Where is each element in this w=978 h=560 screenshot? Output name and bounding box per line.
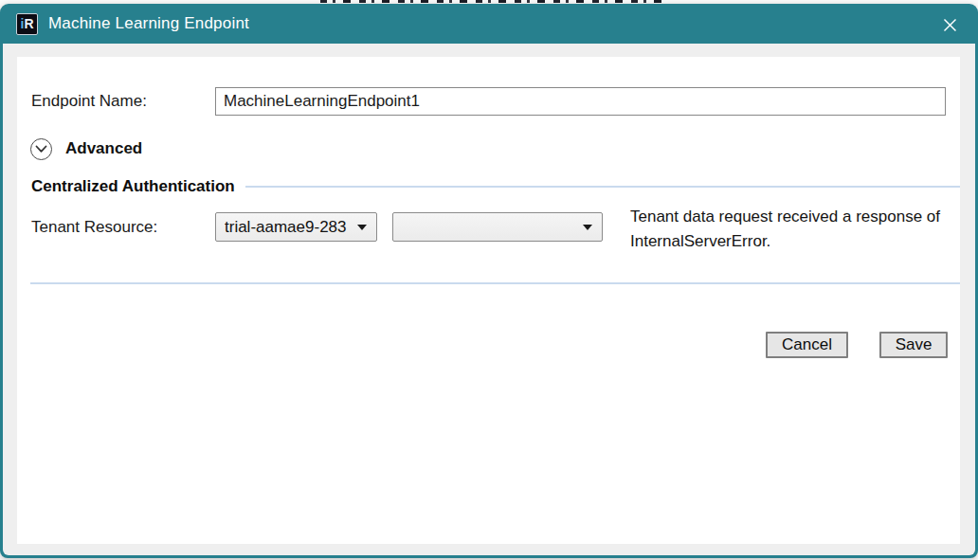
- tenant-resource-dropdown[interactable]: trial-aamae9-283: [215, 212, 377, 242]
- save-button[interactable]: Save: [879, 332, 948, 358]
- dropdown-arrow-icon: [357, 225, 367, 230]
- tenant-error-message: Tenant data request received a response …: [630, 205, 940, 254]
- dialog-frame: Endpoint Name: Advanced Centralized Auth…: [3, 44, 975, 555]
- background-window-artifacts: [320, 0, 669, 3]
- tenant-error-line2: InternalServerError.: [630, 229, 940, 254]
- dialog-content: Endpoint Name: Advanced Centralized Auth…: [17, 57, 960, 544]
- chevron-down-circle-icon: [30, 138, 52, 160]
- close-icon: [943, 18, 957, 32]
- tenant-secondary-dropdown[interactable]: [392, 212, 603, 242]
- dialog-window: iR Machine Learning Endpoint Endpoint Na…: [0, 4, 978, 558]
- app-icon: iR: [16, 13, 38, 35]
- section-header: Centralized Authentication: [31, 176, 960, 197]
- cancel-button[interactable]: Cancel: [766, 332, 848, 358]
- dropdown-arrow-icon: [583, 225, 592, 230]
- endpoint-name-input[interactable]: [215, 87, 946, 116]
- app-icon-letter-r: R: [24, 17, 33, 30]
- section-divider-line: [245, 186, 960, 188]
- titlebar[interactable]: iR Machine Learning Endpoint: [0, 4, 978, 44]
- content-divider-line: [30, 282, 960, 284]
- close-button[interactable]: [933, 10, 966, 39]
- tenant-resource-label: Tenant Resource:: [31, 212, 157, 242]
- tenant-error-line1: Tenant data request received a response …: [630, 205, 940, 229]
- endpoint-name-label: Endpoint Name:: [31, 87, 147, 116]
- advanced-label: Advanced: [65, 139, 142, 158]
- tenant-resource-value: trial-aamae9-283: [225, 218, 347, 237]
- advanced-expander[interactable]: Advanced: [30, 136, 142, 161]
- window-title: Machine Learning Endpoint: [48, 14, 249, 33]
- section-title: Centralized Authentication: [31, 177, 235, 196]
